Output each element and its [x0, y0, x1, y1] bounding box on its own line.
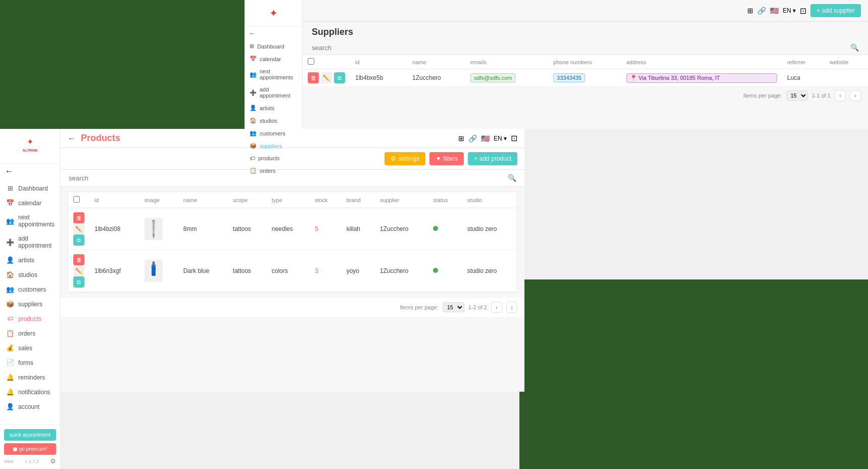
sidebar-settings-icon[interactable]: ⚙	[50, 457, 56, 465]
sidebar-item-next-appointments[interactable]: 👥 next appointments	[0, 210, 60, 231]
product-row2-edit-button[interactable]: ✏️	[73, 265, 84, 276]
products-search-icon[interactable]: 🔍	[508, 174, 516, 182]
products-collapse-icon[interactable]: ←	[68, 134, 76, 143]
products-link-icon[interactable]: 🔗	[468, 134, 477, 143]
add-product-button[interactable]: + add product	[468, 152, 517, 165]
sup-nav-artists-label: artists	[260, 105, 274, 111]
next-appt-nav-icon: 👥	[6, 217, 14, 225]
quick-appointment-button[interactable]: quick appointment	[4, 429, 56, 441]
settings-btn-label: settings	[398, 155, 419, 162]
stock-number-2: 3	[315, 267, 318, 274]
suppliers-col-referrer: referrer	[782, 55, 825, 69]
products-grid-icon[interactable]: ⊞	[458, 134, 464, 143]
sup-nav-calendar[interactable]: 📅 calendar	[245, 53, 302, 65]
sup-nav-products[interactable]: 🏷 products	[245, 152, 302, 164]
product-row1-copy-button[interactable]: ⧉	[73, 234, 84, 246]
product-row1-stock: 5	[310, 208, 342, 250]
products-prev-page-button[interactable]: ‹	[491, 302, 502, 313]
sup-grid-icon[interactable]: ⊞	[747, 7, 753, 15]
sidebar-item-products[interactable]: 🏷 products	[0, 311, 60, 326]
add-supplier-button[interactable]: + add supplier	[810, 4, 861, 17]
settings-gear-icon: ⚙	[391, 155, 396, 162]
sidebar-item-customers[interactable]: 👥 customers	[0, 282, 60, 297]
sidebar-item-sales[interactable]: 💰 sales	[0, 341, 60, 355]
svg-rect-12	[152, 265, 155, 267]
suppliers-sidebar-collapse[interactable]: ←	[245, 27, 302, 40]
suppliers-row-id: 1lb4bxe5b	[350, 69, 407, 87]
sidebar-item-calendar[interactable]: 📅 calendar	[0, 196, 60, 210]
sup-nav-orders[interactable]: 📋 orders	[245, 164, 302, 177]
suppliers-edit-button[interactable]: ✏️	[321, 72, 332, 83]
products-col-brand: brand	[342, 192, 375, 208]
sup-nav-customers[interactable]: 👥 customers	[245, 127, 302, 139]
status-indicator-2	[433, 268, 438, 273]
products-per-page-select[interactable]: 15 25 50	[443, 302, 464, 312]
sidebar-item-add-appointment[interactable]: ➕ add appointment	[0, 231, 60, 253]
go-premium-label: go premium!	[19, 446, 47, 452]
product-row2-brand: yoyo	[342, 250, 375, 292]
sidebar-item-suppliers[interactable]: 📦 suppliers	[0, 297, 60, 311]
products-col-supplier: supplier	[375, 192, 428, 208]
sidebar-item-reminders[interactable]: 🔔 reminders	[0, 370, 60, 385]
sidebar-item-notifications[interactable]: 🔔 notifications	[0, 385, 60, 399]
stock-number: 5	[315, 225, 318, 232]
sup-lang[interactable]: EN ▾	[783, 7, 796, 14]
suppliers-copy-button[interactable]: ⧉	[334, 72, 345, 83]
suppliers-prev-page-button[interactable]: ‹	[835, 90, 846, 101]
product-row1-brand: killah	[342, 208, 375, 250]
products-select-all[interactable]	[73, 196, 80, 203]
suppliers-next-page-button[interactable]: ›	[850, 90, 861, 101]
sup-nav-add-appointment[interactable]: ➕ add appointment	[245, 83, 302, 102]
suppliers-row-actions: 🗑 ✏️ ⧉	[308, 72, 345, 83]
products-settings-icon[interactable]: ⊡	[511, 133, 517, 143]
suppliers-row-phone: 33343435	[548, 69, 621, 87]
sidebar-item-forms[interactable]: 📄 forms	[0, 355, 60, 370]
products-col-id: id	[89, 192, 139, 208]
products-col-image: image	[139, 192, 178, 208]
sidebar-item-dashboard[interactable]: ⊞ Dashboard	[0, 181, 60, 196]
sidebar-item-studios[interactable]: 🏠 studios	[0, 267, 60, 282]
sup-flag-icon: 🇺🇸	[770, 7, 779, 15]
suppliers-row-website	[825, 69, 868, 87]
filters-btn-label: filters	[444, 155, 458, 162]
sidebar-item-artists[interactable]: 👤 artists	[0, 253, 60, 267]
sup-nav-studios[interactable]: 🏠 studios	[245, 114, 302, 127]
sidebar-item-sales-label: sales	[18, 345, 32, 352]
sup-nav-next-appointments[interactable]: 👥 next appointments	[245, 65, 302, 83]
products-next-page-button[interactable]: ›	[506, 302, 517, 313]
products-lang[interactable]: EN ▾	[494, 135, 507, 142]
status-indicator	[433, 226, 438, 231]
search-icon[interactable]: 🔍	[850, 43, 859, 52]
sup-settings-icon[interactable]: ⊡	[800, 6, 806, 16]
table-row: 🗑 ✏️ ⧉ 1lb4bzi08	[68, 208, 517, 250]
suppliers-delete-button[interactable]: 🗑	[308, 72, 319, 83]
sup-nav-dashboard[interactable]: ⊞ Dashboard	[245, 40, 302, 53]
product-row2-copy-button[interactable]: ⧉	[73, 276, 84, 288]
main-sidebar-collapse[interactable]: ←	[0, 164, 60, 179]
products-settings-button[interactable]: ⚙ settings	[384, 152, 425, 165]
product-row1-edit-button[interactable]: ✏️	[73, 223, 84, 234]
products-col-type: type	[267, 192, 310, 208]
sup-nav-artists[interactable]: 👤 artists	[245, 102, 302, 114]
sidebar-item-orders[interactable]: 📋 orders	[0, 326, 60, 341]
address-icon: 📍	[630, 75, 637, 81]
main-sidebar-logo: ✦ ALTRINK	[0, 129, 60, 164]
products-filters-button[interactable]: ▼ filters	[429, 152, 464, 165]
suppliers-icon: 📦	[250, 143, 257, 149]
product-row2-delete-button[interactable]: 🗑	[73, 254, 84, 265]
sup-nav-add-appointment-label: add appointment	[260, 86, 297, 99]
suppliers-search-input[interactable]	[312, 44, 850, 52]
suppliers-select-all[interactable]	[308, 58, 314, 65]
suppliers-per-page-select[interactable]: 15 25 50	[786, 90, 808, 101]
next-appt-icon: 👥	[250, 71, 257, 78]
suppliers-panel: ⊞ 🔗 🇺🇸 EN ▾ ⊡ + add supplier Suppliers 🔍…	[303, 0, 868, 129]
sup-nav-suppliers[interactable]: 📦 suppliers	[245, 139, 302, 152]
sidebar-item-account[interactable]: 👤 account	[0, 399, 60, 414]
go-premium-button[interactable]: go premium!	[4, 443, 56, 455]
product-row1-delete-button[interactable]: 🗑	[73, 212, 84, 223]
sidebar-item-suppliers-label: suppliers	[18, 301, 42, 308]
product-image-ink	[144, 260, 163, 282]
product-row1-image	[139, 208, 178, 250]
sup-link-icon[interactable]: 🔗	[757, 7, 766, 15]
main-sidebar: ✦ ALTRINK ← ⊞ Dashboard 📅 calendar 👥 nex…	[0, 129, 61, 469]
